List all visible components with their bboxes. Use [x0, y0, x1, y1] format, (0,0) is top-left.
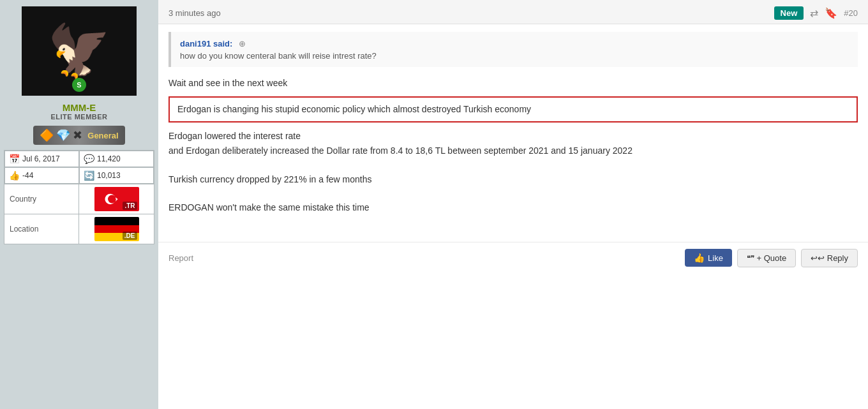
online-badge: S: [72, 78, 86, 92]
turkey-flag: .TR: [94, 187, 139, 211]
badge-icon-3: ✖: [73, 128, 82, 142]
quote-expand-icon[interactable]: ⊕: [239, 39, 246, 48]
intro-text: Wait and see in the next week: [168, 76, 858, 90]
thumbs-up-icon: 👍: [694, 253, 705, 263]
post-footer: Report 👍 Like ❝❞ + Quote ↩↩ Reply: [158, 242, 868, 274]
calendar-icon: 📅: [9, 154, 20, 164]
post-number: #20: [844, 8, 858, 18]
highlighted-statement: Erdogan is changing his stupid economic …: [168, 96, 858, 123]
body-line-3: Turkish currency dropped by 221% in a fe…: [168, 172, 858, 186]
reply-button[interactable]: ↩↩ Reply: [801, 249, 858, 267]
post-header: 3 minutes ago New ⇄ 🔖 #20: [158, 0, 868, 24]
quote-author[interactable]: dani191 said:: [180, 39, 232, 48]
quote-button[interactable]: ❝❞ + Quote: [737, 249, 796, 267]
badge-letter: S: [77, 81, 81, 89]
germany-flag: .DE: [94, 217, 139, 241]
reply-icon: ↩↩: [811, 253, 825, 263]
location-label: Location: [4, 214, 79, 244]
country-flag: .TR: [79, 184, 154, 214]
messages-icon: 💬: [84, 154, 94, 164]
rank-label: General: [87, 131, 118, 140]
report-link[interactable]: Report: [168, 253, 193, 263]
post-content: 3 minutes ago New ⇄ 🔖 #20 dani191 said: …: [158, 0, 868, 409]
avatar: 🦅 S: [22, 6, 137, 96]
likes-cell: 👍 -44: [4, 167, 79, 184]
likes-value: -44: [22, 171, 33, 180]
body-line-4: ERDOGAN won't make the same mistake this…: [168, 200, 858, 214]
de-label: .DE: [123, 232, 137, 240]
new-badge: New: [774, 6, 804, 20]
body-line-2: and Erdogan deliberately increased the D…: [168, 144, 858, 158]
rank-badges: 🔶 💎 ✖ General: [33, 126, 124, 145]
stats-grid: 📅 Jul 6, 2017 💬 11,420 👍 -44 🔄 10,013: [4, 150, 154, 184]
country-label: Country: [4, 184, 79, 214]
messages-value: 11,420: [97, 154, 121, 163]
badge-icon-2: 💎: [56, 128, 70, 142]
post-actions: New ⇄ 🔖 #20: [774, 6, 858, 20]
bookmark-icon[interactable]: 🔖: [825, 7, 837, 19]
username[interactable]: MMM-E: [63, 102, 96, 113]
quote-text: how do you know centeral bank will reise…: [180, 51, 849, 61]
country-row: Country .TR: [4, 184, 154, 214]
tr-label: .TR: [123, 202, 137, 210]
flag-stripe-black: [94, 217, 139, 225]
like-button[interactable]: 👍 Like: [685, 249, 732, 267]
reaction-icon: 🔄: [84, 170, 94, 181]
user-sidebar: 🦅 S MMM-E ELITE MEMBER 🔶 💎 ✖ General 📅 J…: [0, 0, 158, 409]
quote-icon: ❝❞: [747, 254, 754, 263]
location-row: Location .DE: [4, 214, 154, 244]
quote-header: dani191 said: ⊕: [180, 38, 849, 48]
reply-label: Reply: [827, 253, 848, 263]
join-date-value: Jul 6, 2017: [22, 154, 60, 163]
footer-actions: 👍 Like ❝❞ + Quote ↩↩ Reply: [685, 249, 858, 267]
like-label: Like: [708, 253, 723, 263]
messages-cell: 💬 11,420: [79, 151, 154, 167]
badge-icon-1: 🔶: [40, 128, 54, 142]
share-icon[interactable]: ⇄: [810, 7, 818, 19]
location-flag: .DE: [79, 214, 154, 244]
body-text: Erdogan lowered the interest rate and Er…: [168, 129, 858, 214]
post-body: dani191 said: ⊕ how do you know centeral…: [158, 24, 868, 229]
body-line-1: Erdogan lowered the interest rate: [168, 129, 858, 143]
join-date-cell: 📅 Jul 6, 2017: [4, 151, 79, 167]
quote-block: dani191 said: ⊕ how do you know centeral…: [168, 32, 858, 67]
svg-point-2: [108, 195, 116, 204]
post-time: 3 minutes ago: [168, 8, 221, 18]
quote-label: + Quote: [757, 253, 787, 263]
reaction-value: 10,013: [97, 171, 121, 180]
reaction-cell: 🔄 10,013: [79, 167, 154, 184]
avatar-eagle-icon: 🦅: [47, 21, 111, 81]
user-rank: ELITE MEMBER: [50, 113, 107, 121]
thumbs-up-icon: 👍: [9, 170, 20, 181]
